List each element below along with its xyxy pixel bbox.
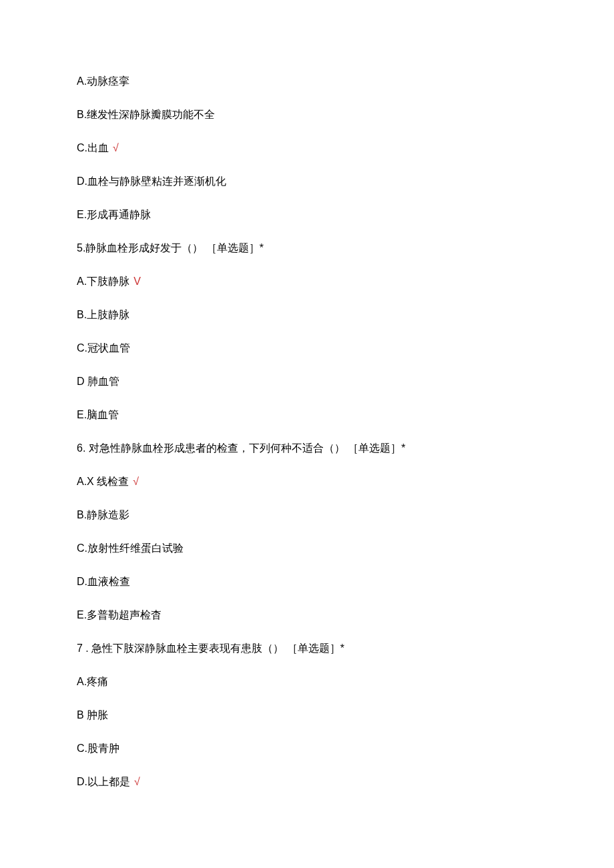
- q4-option-b: B.继发性深静脉瓣膜功能不全: [77, 107, 537, 123]
- q4-option-e: E.形成再通静脉: [77, 207, 537, 223]
- q5-option-a: A.下肢静脉V: [77, 274, 537, 290]
- q5-option-d: D 肺血管: [77, 374, 537, 390]
- q5-option-b: B.上肢静脉: [77, 307, 537, 323]
- option-text: A.下肢静脉: [77, 276, 129, 287]
- option-text: B 肿胀: [77, 709, 108, 721]
- q7-option-c: C.股青肿: [77, 741, 537, 757]
- option-text: A.X 线检查: [77, 476, 129, 487]
- q7-option-d: D.以上都是√: [77, 774, 537, 790]
- q6-option-c: C.放射性纤维蛋白试验: [77, 540, 537, 556]
- option-text: E.形成再通静脉: [77, 209, 151, 220]
- option-text: D.血栓与静脉壁粘连并逐渐机化: [77, 175, 226, 187]
- option-text: D 肺血管: [77, 376, 119, 387]
- q7-option-b: B 肿胀: [77, 707, 537, 723]
- option-text: C.放射性纤维蛋白试验: [77, 542, 184, 554]
- question-text: 5.静脉血栓形成好发于（） ［单选题］*: [77, 242, 264, 254]
- option-text: C.出血: [77, 142, 109, 153]
- q4-option-c: C.出血√: [77, 140, 537, 156]
- q4-option-a: A.动脉痉挛: [77, 73, 537, 89]
- q5-option-c: C.冠状血管: [77, 340, 537, 356]
- option-text: E.多普勒超声检杳: [77, 609, 162, 620]
- option-text: C.冠状血管: [77, 342, 130, 354]
- q4-option-d: D.血栓与静脉壁粘连并逐渐机化: [77, 173, 537, 189]
- q5-option-e: E.脑血管: [77, 407, 537, 423]
- check-icon: √: [113, 142, 119, 153]
- option-text: C.股青肿: [77, 743, 119, 754]
- q6-option-e: E.多普勒超声检杳: [77, 607, 537, 623]
- check-icon: V: [133, 276, 141, 287]
- option-text: A.疼痛: [77, 676, 108, 687]
- check-icon: √: [134, 776, 140, 787]
- option-text: B.上肢静脉: [77, 309, 129, 320]
- option-text: B.继发性深静脉瓣膜功能不全: [77, 109, 215, 120]
- option-text: E.脑血管: [77, 409, 119, 420]
- option-text: D.以上都是: [77, 776, 130, 787]
- option-text: B.静脉造影: [77, 509, 129, 520]
- check-icon: √: [133, 476, 139, 487]
- question-text: 6. 对急性静脉血栓形成患者的检查，下列何种不适合（） ［单选题］*: [77, 442, 405, 454]
- q6-stem: 6. 对急性静脉血栓形成患者的检查，下列何种不适合（） ［单选题］*: [77, 440, 537, 456]
- q6-option-b: B.静脉造影: [77, 507, 537, 523]
- option-text: A.动脉痉挛: [77, 75, 129, 87]
- question-text: 7 . 急性下肢深静脉血栓主要表现有患肢（） ［单选题］*: [77, 642, 344, 654]
- q7-option-a: A.疼痛: [77, 674, 537, 690]
- q6-option-a: A.X 线检查√: [77, 474, 537, 490]
- q6-option-d: D.血液检查: [77, 574, 537, 590]
- option-text: D.血液检查: [77, 576, 130, 587]
- q7-stem: 7 . 急性下肢深静脉血栓主要表现有患肢（） ［单选题］*: [77, 640, 537, 657]
- q5-stem: 5.静脉血栓形成好发于（） ［单选题］*: [77, 240, 537, 256]
